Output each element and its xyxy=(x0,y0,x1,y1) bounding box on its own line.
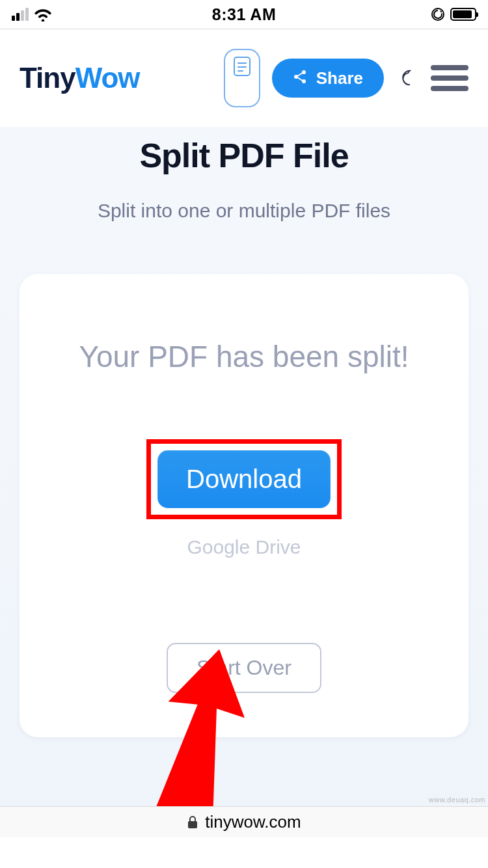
start-over-button[interactable]: Start Over xyxy=(167,643,321,693)
download-button-label: Download xyxy=(186,465,302,493)
app-header: TinyWow Share xyxy=(0,29,488,127)
share-button-label: Share xyxy=(316,68,363,88)
logo[interactable]: TinyWow xyxy=(20,62,140,94)
google-drive-link[interactable]: Google Drive xyxy=(46,536,442,558)
google-drive-label: Google Drive xyxy=(187,536,301,558)
result-message: Your PDF has been split! xyxy=(46,336,442,377)
main-content: Split PDF File Split into one or multipl… xyxy=(0,127,488,837)
status-time: 8:31 AM xyxy=(212,5,276,24)
svg-line-9 xyxy=(297,77,303,81)
download-button[interactable]: Download xyxy=(157,450,331,508)
wifi-icon xyxy=(34,7,52,21)
page-title: Split PDF File xyxy=(0,136,488,175)
share-button[interactable]: Share xyxy=(272,59,384,98)
hamburger-menu-button[interactable] xyxy=(431,62,468,94)
annotation-highlight-box: Download xyxy=(146,439,342,519)
svg-line-8 xyxy=(297,73,303,76)
document-pill-icon[interactable] xyxy=(224,49,260,107)
start-over-label: Start Over xyxy=(197,656,291,679)
lock-icon xyxy=(187,816,198,829)
url-domain: tinywow.com xyxy=(205,812,301,832)
svg-rect-11 xyxy=(188,821,197,828)
page-subtitle: Split into one or multiple PDF files xyxy=(0,200,488,222)
ios-status-bar: 8:31 AM xyxy=(0,0,488,29)
logo-text-wow: Wow xyxy=(75,62,140,94)
battery-icon xyxy=(450,8,476,21)
moon-icon xyxy=(398,68,417,88)
logo-text-tiny: Tiny xyxy=(20,62,75,94)
watermark-text: www.deuaq.com xyxy=(429,796,485,804)
rotation-lock-icon xyxy=(431,7,445,21)
browser-url-bar[interactable]: tinywow.com xyxy=(0,806,488,837)
result-card: Your PDF has been split! Download Google… xyxy=(20,274,468,737)
share-icon xyxy=(293,68,307,88)
dark-mode-toggle[interactable] xyxy=(396,66,419,90)
cellular-signal-icon xyxy=(12,8,29,21)
